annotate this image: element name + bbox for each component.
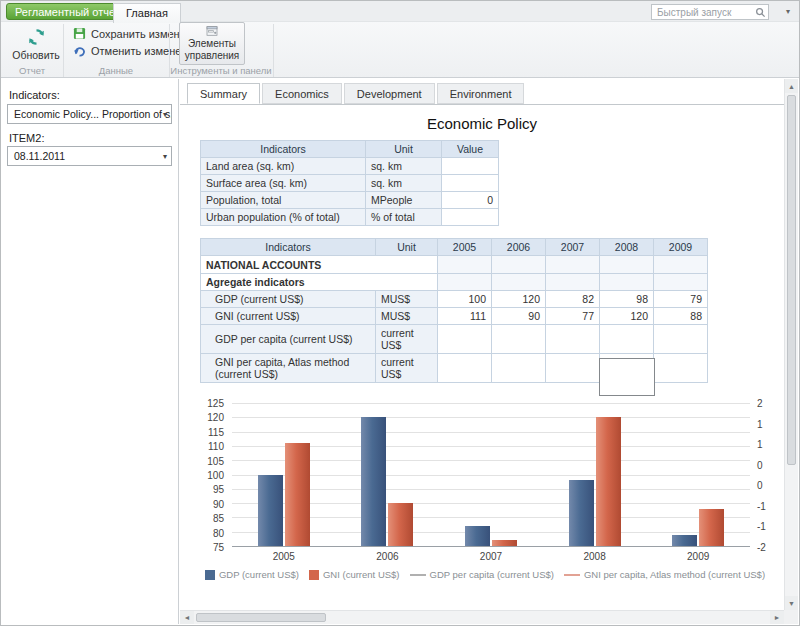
tab-economics[interactable]: Economics: [262, 83, 342, 104]
legend-item: GNI (current US$): [309, 569, 400, 580]
value-cell[interactable]: 0: [442, 192, 499, 209]
value-cell[interactable]: 77: [546, 308, 600, 325]
bar-gdp-2007: [465, 526, 490, 546]
bar-group: [543, 403, 647, 546]
section-label: NATIONAL ACCOUNTS: [201, 256, 438, 274]
value-cell[interactable]: [546, 354, 600, 383]
bar-gni-2007: [492, 540, 517, 546]
selected-cell[interactable]: [599, 358, 655, 396]
indicator-cell: Urban population (% of total): [201, 209, 366, 226]
x-axis-label: 2005: [232, 551, 336, 562]
scroll-left-button[interactable]: ◄: [180, 611, 194, 624]
controls-label: Элементы управления: [184, 38, 240, 61]
horizontal-scrollbar[interactable]: ◄ ►: [180, 610, 784, 624]
indicators-select[interactable]: Economic Policy... Proportion of s... (1…: [7, 104, 172, 124]
x-axis-label: 2008: [543, 551, 647, 562]
value-cell[interactable]: 120: [600, 308, 654, 325]
value-cell[interactable]: [654, 325, 708, 354]
right-axis-tick: 2: [757, 398, 763, 409]
chart-plot: [232, 403, 750, 547]
col-header-indicators: Indicators: [201, 141, 366, 158]
bar-gni-2006: [388, 503, 413, 546]
col-header-unit: Unit: [376, 239, 438, 256]
ribbon-group-labels: Отчет Данные Инструменты и панели: [1, 65, 799, 78]
bar-gni-2008: [596, 417, 621, 546]
value-cell[interactable]: [654, 354, 708, 383]
legend-item: GNI per capita, Atlas method (current US…: [564, 569, 765, 580]
value-cell[interactable]: 100: [438, 291, 492, 308]
empty-cell: [438, 256, 492, 274]
search-input[interactable]: [655, 5, 751, 19]
value-cell[interactable]: 120: [492, 291, 546, 308]
value-cell[interactable]: 88: [654, 308, 708, 325]
value-cell[interactable]: [600, 325, 654, 354]
tab-environment[interactable]: Environment: [437, 83, 525, 104]
value-cell[interactable]: 90: [492, 308, 546, 325]
indicator-cell: Surface area (sq. km): [201, 175, 366, 192]
value-cell[interactable]: [438, 354, 492, 383]
table-header-row: Indicators Unit 2005 2006 2007 2008 2009: [201, 239, 708, 256]
indicator-cell: GNI (current US$): [201, 308, 376, 325]
value-cell[interactable]: 79: [654, 291, 708, 308]
left-axis-tick: 90: [213, 498, 224, 509]
bar-group: [232, 403, 336, 546]
empty-cell: [546, 274, 600, 291]
horizontal-scroll-thumb[interactable]: [196, 613, 326, 622]
value-cell[interactable]: [492, 325, 546, 354]
right-axis-tick: 1: [757, 418, 763, 429]
report-content: Economic Policy Indicators Unit Value La…: [180, 105, 784, 610]
bar-gdp-2005: [258, 475, 283, 547]
left-axis-tick: 105: [207, 455, 224, 466]
table-row: Surface area (sq. km) sq. km: [201, 175, 499, 192]
value-cell[interactable]: [442, 175, 499, 192]
value-cell[interactable]: 82: [546, 291, 600, 308]
ribbon-tab-strip: Регламентный отчет ▾ Главная ▾: [1, 1, 799, 22]
quick-search-box: [651, 4, 769, 20]
value-cell[interactable]: [442, 158, 499, 175]
value-cell[interactable]: [438, 325, 492, 354]
table-row: GDP (current US$) MUS$ 100 120 82 98 79: [201, 291, 708, 308]
bar-gdp-2006: [361, 417, 386, 546]
bar-group: [439, 403, 543, 546]
tab-development[interactable]: Development: [344, 83, 435, 104]
value-cell[interactable]: 98: [600, 291, 654, 308]
right-axis-tick: -1: [757, 521, 766, 532]
report-menu-label: Регламентный отчет: [15, 6, 120, 18]
vertical-scroll-thumb[interactable]: [787, 95, 796, 465]
controls-button[interactable]: Элементы управления: [179, 22, 245, 65]
vertical-scrollbar[interactable]: ▲ ▼: [784, 79, 798, 610]
right-axis-tick: 0: [757, 480, 763, 491]
page-title: Economic Policy: [180, 115, 784, 132]
group-label-data: Данные: [63, 65, 169, 76]
col-header-value: Value: [442, 141, 499, 158]
chart-bars: [232, 403, 750, 546]
search-icon[interactable]: [755, 7, 766, 18]
value-cell[interactable]: 111: [438, 308, 492, 325]
item2-label: ITEM2:: [9, 132, 44, 144]
value-cell[interactable]: [442, 209, 499, 226]
legend-label: GDP per capita (current US$): [430, 569, 554, 580]
refresh-button[interactable]: Обновить: [9, 23, 63, 65]
value-cell[interactable]: [492, 354, 546, 383]
value-cell[interactable]: [546, 325, 600, 354]
scroll-right-button[interactable]: ►: [770, 611, 784, 624]
left-axis-tick: 75: [213, 542, 224, 553]
scroll-up-button[interactable]: ▲: [785, 79, 798, 93]
tab-summary[interactable]: Summary: [187, 83, 260, 104]
scroll-down-button[interactable]: ▼: [785, 596, 798, 610]
empty-cell: [438, 274, 492, 291]
tab-home[interactable]: Главная: [113, 3, 181, 23]
left-axis-tick: 125: [207, 398, 224, 409]
col-header-2007: 2007: [546, 239, 600, 256]
chart-categories: 20052006200720082009: [232, 551, 750, 562]
ribbon: Регламентный отчет ▾ Главная ▾: [1, 1, 799, 78]
empty-cell: [600, 256, 654, 274]
table-row: Land area (sq. km) sq. km: [201, 158, 499, 175]
left-axis-tick: 120: [207, 412, 224, 423]
table-header-row: Indicators Unit Value: [201, 141, 499, 158]
chart-legend: GDP (current US$)GNI (current US$)GDP pe…: [192, 569, 778, 580]
ribbon-body: Обновить Сохранить изменения Отменить из…: [1, 22, 799, 65]
undo-icon: [73, 44, 86, 57]
toolbar-options-button[interactable]: ▾: [786, 7, 790, 16]
item2-select[interactable]: 08.11.2011 ▾: [7, 146, 172, 166]
